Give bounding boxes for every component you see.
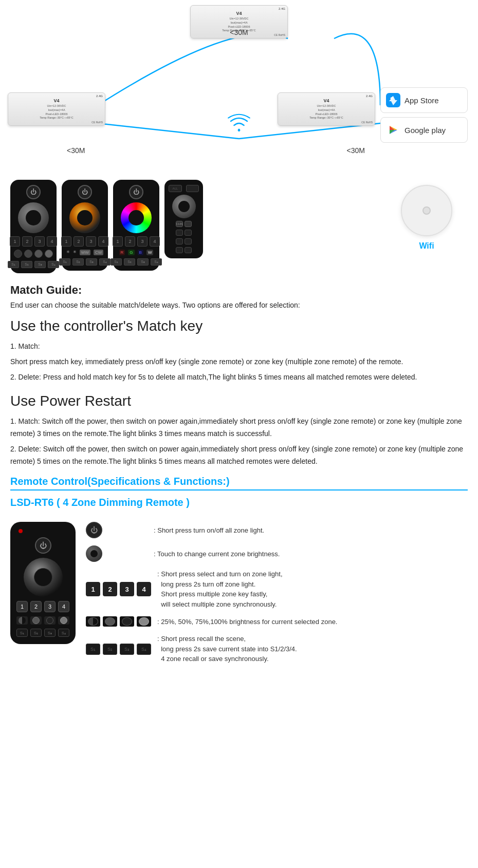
spec-s-text: : Short press recall the scene, long pre…: [157, 634, 297, 664]
spec-s1: S₁: [86, 644, 100, 655]
match-guide-title: Match Guide:: [10, 284, 468, 297]
rd-indicator-dot: [19, 529, 23, 533]
rd-zone-row: 1 2 3 4: [16, 601, 69, 612]
rd-scene-1: [16, 616, 28, 625]
remote-dial-4: [172, 195, 196, 218]
distance-right: <30M: [347, 146, 365, 155]
spec-dial-text: : Touch to change current zone brightnes…: [154, 549, 280, 559]
rd-dial: [24, 558, 63, 597]
remote-specs-list: ⏻ : Short press turn on/off all zone lig…: [86, 522, 468, 664]
remote-warm: ⏻ 1234 ✳ ✳ WW CW S₁S₂S₃S₄: [62, 180, 108, 271]
spec-dial-row: : Touch to change current zone brightnes…: [86, 545, 468, 562]
spec-zones-text: : Short press select and turn on zone li…: [157, 569, 283, 609]
spec-power-row: ⏻ : Short press turn on/off all zone lig…: [86, 522, 468, 538]
google-play-icon: [386, 123, 400, 137]
google-play-button[interactable]: Google play: [380, 117, 468, 143]
spec-s-buttons: S₁ S₂ S₃ S₄: [86, 644, 151, 655]
spec-s2: S₂: [103, 644, 117, 655]
spec-scene-3: [120, 616, 134, 627]
spec-scene-1: [86, 616, 100, 627]
rd-s2: S₂: [30, 629, 42, 637]
remote-detail-section: ⏻ 1 2 3 4 S₁ S₂ S₃: [0, 522, 478, 674]
remote-control-title: Remote Control(Specifications & Function…: [10, 476, 468, 490]
spec-power-icon-box: ⏻: [86, 522, 148, 538]
svg-point-2: [238, 129, 241, 131]
remote-power-1: ⏻: [26, 185, 41, 199]
app-store-button[interactable]: App Store: [380, 87, 468, 113]
spec-zone-1: 1: [86, 582, 100, 596]
spec-zone-4: 4: [137, 582, 151, 596]
remote-mono: ⏻ 1234 S₁S₂S₃S₄: [10, 180, 57, 273]
distance-left: <30M: [67, 146, 85, 155]
spec-zone-3: 3: [120, 582, 134, 596]
wifi-icon: [226, 113, 252, 136]
remote-dial-1: [18, 202, 49, 233]
app-store-icon: [386, 93, 400, 107]
rd-zone-1: 1: [16, 601, 28, 612]
rd-scene-4: [58, 616, 69, 625]
wifi-label: Wifi: [419, 241, 434, 251]
remotes-row: ⏻ 1234 S₁S₂S₃S₄ ⏻ 1234 ✳ ✳ WW CW: [0, 175, 478, 278]
wifi-puck-container: Wifi: [401, 185, 452, 251]
app-store-label: App Store: [405, 96, 439, 105]
section2-title: Use Power Restart: [10, 392, 468, 410]
spec-power-icon: ⏻: [86, 522, 102, 538]
match-guide-section: Match Guide: End user can choose the sui…: [0, 278, 478, 522]
spec-dial-icon: [86, 545, 102, 562]
spec-scene-buttons: [86, 616, 151, 627]
remote-4zone: ALL CHN: [164, 180, 203, 258]
rd-scene-row: [16, 616, 69, 625]
distance-top: <30M: [230, 28, 248, 36]
rd-scene-3: [44, 616, 56, 625]
section1-body: 1. Match: Short press match key, immedia…: [10, 341, 468, 383]
spec-dial-icon-box: [86, 545, 148, 562]
remote-detail-image: ⏻ 1 2 3 4 S₁ S₂ S₃: [10, 522, 76, 644]
lsd-title: LSD-RT6 ( 4 Zone Dimming Remote ): [10, 497, 468, 508]
spec-scene-2: [103, 616, 117, 627]
google-play-label: Google play: [405, 126, 446, 135]
rd-dial-inner: [34, 568, 52, 587]
rd-s-row: S₁ S₂ S₃ S₄: [16, 629, 69, 637]
spec-scene-4: [137, 616, 151, 627]
remote-dial-2: [69, 202, 100, 233]
spec-s4: S₄: [137, 644, 151, 655]
remote-rgb: ⏻ 1234 R G B W S₁S₂S₃S₄: [113, 180, 159, 271]
rd-zone-3: 3: [44, 601, 56, 612]
spec-s-icon-box: S₁ S₂ S₃ S₄: [86, 644, 151, 655]
remote-dial-3: [121, 202, 152, 233]
rd-power-button: ⏻: [35, 537, 51, 554]
rd-scene-2: [30, 616, 42, 625]
spec-scenes-text: : 25%, 50%, 75%,100% brightness for curr…: [157, 617, 337, 627]
spec-power-text: : Short press turn on/off all zone light…: [154, 525, 264, 536]
rd-s1: S₁: [16, 629, 28, 637]
spec-scenes-row: : 25%, 50%, 75%,100% brightness for curr…: [86, 616, 468, 627]
spec-s3: S₃: [120, 644, 134, 655]
remote-power-3: ⏻: [129, 185, 143, 199]
spec-scenes-icon-box: [86, 616, 151, 627]
remote-power-2: ⏻: [78, 185, 92, 199]
spec-s-row: S₁ S₂ S₃ S₄ : Short press recall the sce…: [86, 634, 468, 664]
controller-right: V4 2.4G Uin=12-36VDC Iout(max)=4A Pixel+…: [278, 92, 375, 126]
controller-left: V4 2.4G Uin=12-36VDC Iout(max)=4A Pixel+…: [8, 92, 105, 126]
section1-title: Use the controller's Match key: [10, 317, 468, 335]
rd-s4: S₄: [58, 629, 69, 637]
rd-s3: S₃: [44, 629, 56, 637]
store-buttons-container: App Store Google play: [380, 87, 468, 143]
section2-body: 1. Match: Switch off the power, then swi…: [10, 416, 468, 467]
spec-zones-icon-box: 1 2 3 4: [86, 582, 151, 596]
spec-zone-buttons: 1 2 3 4: [86, 582, 151, 596]
spec-zones-row: 1 2 3 4 : Short press select and turn on…: [86, 569, 468, 609]
wifi-puck-dot: [422, 206, 431, 215]
match-guide-desc: End user can choose the suitable match/d…: [10, 300, 468, 311]
wifi-puck: [401, 185, 452, 236]
spec-zone-2: 2: [103, 582, 117, 596]
rd-zone-2: 2: [30, 601, 42, 612]
svg-line-0: [98, 123, 239, 139]
rd-zone-4: 4: [58, 601, 69, 612]
connection-diagram: V4 2.4G Uin=12-36VDC Iout(max)=4A Pixel+…: [0, 0, 478, 175]
